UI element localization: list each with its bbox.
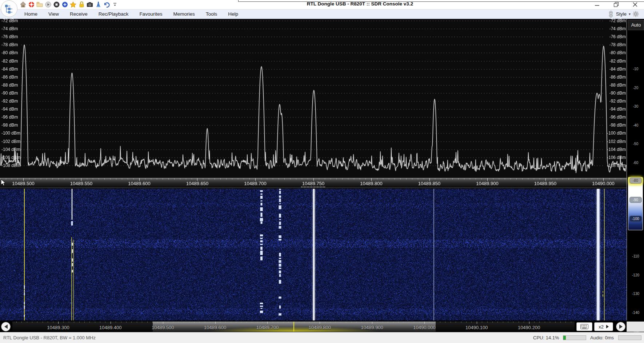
style-switch-icon[interactable] — [608, 11, 614, 17]
title-bar: RTL Dongle USB - R820T :: SDR Console v3… — [0, 0, 644, 9]
close-button[interactable] — [629, 1, 640, 8]
freq-label: 10489.850 — [418, 181, 440, 186]
zoom-control[interactable]: x2 — [594, 322, 613, 331]
camera-snapshot-icon[interactable] — [87, 1, 93, 8]
dbm-label-right: -104 dBm — [600, 147, 626, 152]
dbm-label-left: -80 dBm — [1, 50, 18, 55]
cpu-usage-meter — [563, 335, 586, 340]
nav-corner-panel — [627, 322, 644, 332]
zoom-arrow-icon[interactable] — [606, 325, 609, 328]
dbm-label-right: -100 dBm — [600, 131, 626, 136]
scroll-right-button[interactable] — [616, 322, 625, 331]
freq-label: 10489.900 — [476, 181, 498, 186]
dbm-label-left: -76 dBm — [1, 34, 18, 39]
palette-handle-100[interactable]: -100 — [629, 216, 642, 222]
play-icon[interactable] — [45, 1, 51, 8]
dbm-label-right: -84 dBm — [600, 67, 626, 72]
band-track[interactable]: 10489.30010489.40010489.50010489.6001048… — [12, 322, 575, 332]
favourite-star-icon[interactable] — [70, 1, 76, 8]
app-menu-button[interactable] — [1, 0, 17, 17]
lock-icon[interactable] — [78, 1, 85, 8]
dbm-label-left: -100 dBm — [1, 131, 20, 136]
waterfall-palette-slider[interactable] — [628, 177, 643, 230]
dbm-label-left: -104 dBm — [1, 147, 20, 152]
dbm-label-right: -80 dBm — [600, 50, 626, 55]
palette-scale-label: -50 — [628, 142, 644, 146]
spectrum-display[interactable] — [0, 19, 627, 178]
minimize-button[interactable] — [592, 1, 603, 8]
freq-label: 10489.750 — [302, 181, 324, 186]
palette-scale-label: -10 — [628, 67, 644, 71]
dbm-label-right: -78 dBm — [600, 42, 626, 47]
style-menu[interactable]: Style — [616, 11, 627, 17]
folder-open-icon[interactable] — [36, 1, 43, 8]
nav-freq-label: 10489.300 — [47, 325, 69, 330]
nav-freq-label: 10489.500 — [152, 325, 174, 330]
right-arrow-icon — [619, 324, 623, 329]
menu-item-memories[interactable]: Memories — [168, 9, 200, 19]
nav-freq-label: 10490.100 — [465, 325, 488, 330]
palette-handle-80[interactable]: -80 — [629, 178, 642, 184]
dbm-label-left: -102 dBm — [1, 139, 20, 144]
minimize-icon — [595, 3, 599, 7]
quick-access-toolbar — [20, 1, 118, 8]
keyboard-icon — [580, 324, 588, 329]
dbm-label-right: -82 dBm — [600, 59, 626, 64]
undo-icon[interactable] — [103, 1, 110, 8]
add-new-icon[interactable] — [61, 1, 68, 8]
close-icon — [633, 2, 637, 7]
restore-button[interactable] — [611, 1, 621, 8]
dbm-label-left: -74 dBm — [1, 26, 18, 31]
menu-item-favourites[interactable]: Favourites — [134, 9, 168, 19]
nav-freq-label: 10490.200 — [518, 325, 540, 330]
settings-gear-icon[interactable] — [633, 11, 639, 17]
help-lifebuoy-icon[interactable] — [28, 1, 35, 8]
antenna-beacon-icon[interactable] — [95, 1, 101, 8]
palette-scale-label: -30 — [628, 104, 644, 108]
dbm-label-right: -76 dBm — [600, 34, 626, 39]
frequency-scale[interactable]: 10489.50010489.55010489.60010489.6501048… — [0, 178, 627, 188]
dbm-label-left: -86 dBm — [1, 75, 18, 80]
dbm-label-left: -94 dBm — [1, 107, 18, 112]
dbm-label-right: -88 dBm — [600, 83, 626, 88]
left-arrow-icon — [4, 324, 8, 329]
dbm-label-left: -88 dBm — [1, 83, 18, 88]
tuned-frequency-line — [293, 322, 294, 332]
palette-scale-label: -110 — [628, 254, 644, 258]
menu-item-view[interactable]: View — [43, 9, 64, 19]
toolbar-overflow-icon[interactable] — [112, 1, 118, 8]
freq-label: 10489.700 — [244, 181, 266, 186]
waterfall-display[interactable] — [0, 189, 627, 320]
menu-item-home[interactable]: Home — [19, 9, 43, 19]
dbm-label-left: -96 dBm — [1, 115, 18, 120]
menu-item-help[interactable]: Help — [223, 9, 244, 19]
menu-item-rec-playback[interactable]: Rec/Playback — [93, 9, 134, 19]
menu-item-receive[interactable]: Receive — [64, 9, 93, 19]
zoom-level-label: x2 — [599, 324, 604, 330]
nav-freq-label: 10490.000 — [413, 325, 435, 330]
record-stop-icon[interactable] — [53, 1, 60, 8]
palette-scale-label: -120 — [628, 273, 644, 277]
dbm-label-left: -108 dBm — [1, 163, 20, 168]
device-status-text: RTL Dongle USB - R820T, BW = 1.000 MHz — [3, 335, 96, 340]
palette-scale-label: -130 — [628, 292, 644, 296]
mouse-cursor — [1, 179, 6, 186]
waterfall-scale-panel: Auto -10-20-30-40-50-60-70-110-120-130-1… — [627, 19, 644, 320]
dbm-label-right: -86 dBm — [600, 75, 626, 80]
palette-handle-90[interactable]: -90 — [629, 197, 642, 203]
auto-range-button[interactable]: Auto — [628, 20, 644, 30]
restore-icon — [614, 2, 619, 7]
home-icon[interactable] — [20, 1, 26, 8]
style-caret-icon[interactable]: ▾ — [629, 12, 631, 16]
dbm-label-right: -108 dBm — [600, 163, 626, 168]
cpu-usage-label: CPU: 14.1% — [533, 335, 559, 340]
palette-scale-label: -140 — [628, 310, 644, 314]
audio-buffer-meter — [618, 335, 641, 340]
tuned-frequency-marker — [301, 187, 325, 187]
menu-item-tools[interactable]: Tools — [200, 9, 223, 19]
scroll-left-button[interactable] — [1, 322, 11, 331]
dbm-label-right: -106 dBm — [600, 155, 626, 160]
nav-freq-label: 10489.600 — [204, 325, 226, 330]
frequency-entry-button[interactable] — [576, 322, 592, 331]
dbm-label-left: -98 dBm — [1, 123, 18, 128]
